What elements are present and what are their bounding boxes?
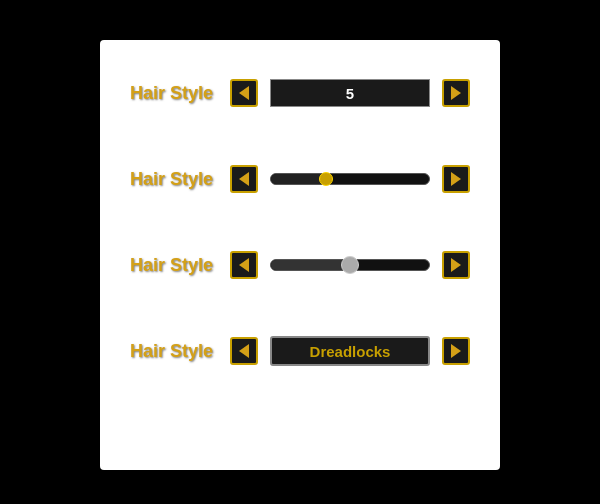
row4-track bbox=[271, 260, 350, 270]
row4-slider[interactable] bbox=[270, 259, 430, 271]
row2-value-display: 5 bbox=[270, 79, 430, 107]
right-arrow-icon bbox=[451, 344, 461, 358]
row2-label: Hair Style bbox=[130, 83, 220, 104]
row3-thumb bbox=[319, 172, 333, 186]
row3-track bbox=[271, 174, 326, 184]
row5-prev-button[interactable] bbox=[230, 337, 258, 365]
row5-control: Hair Style Dreadlocks bbox=[100, 308, 500, 394]
right-arrow-icon bbox=[451, 172, 461, 186]
row3-control: Hair Style bbox=[100, 136, 500, 222]
row4-next-button[interactable] bbox=[442, 251, 470, 279]
row3-next-button[interactable] bbox=[442, 165, 470, 193]
left-arrow-icon bbox=[239, 172, 249, 186]
row4-control: Hair Style bbox=[100, 222, 500, 308]
row4-prev-button[interactable] bbox=[230, 251, 258, 279]
row2-control: Hair Style 5 bbox=[100, 50, 500, 136]
row5-label: Hair Style bbox=[130, 341, 220, 362]
right-arrow-icon bbox=[451, 258, 461, 272]
right-arrow-icon bbox=[451, 86, 461, 100]
row5-value-display: Dreadlocks bbox=[270, 336, 430, 366]
row4-label: Hair Style bbox=[130, 255, 220, 276]
row3-prev-button[interactable] bbox=[230, 165, 258, 193]
row5-next-button[interactable] bbox=[442, 337, 470, 365]
row2-next-button[interactable] bbox=[442, 79, 470, 107]
row4-thumb bbox=[341, 256, 359, 274]
settings-panel: Hair Style 5 Hair Style bbox=[100, 40, 500, 470]
row3-label: Hair Style bbox=[130, 169, 220, 190]
row2-prev-button[interactable] bbox=[230, 79, 258, 107]
left-arrow-icon bbox=[239, 86, 249, 100]
left-arrow-icon bbox=[239, 258, 249, 272]
left-arrow-icon bbox=[239, 344, 249, 358]
row3-slider[interactable] bbox=[270, 173, 430, 185]
